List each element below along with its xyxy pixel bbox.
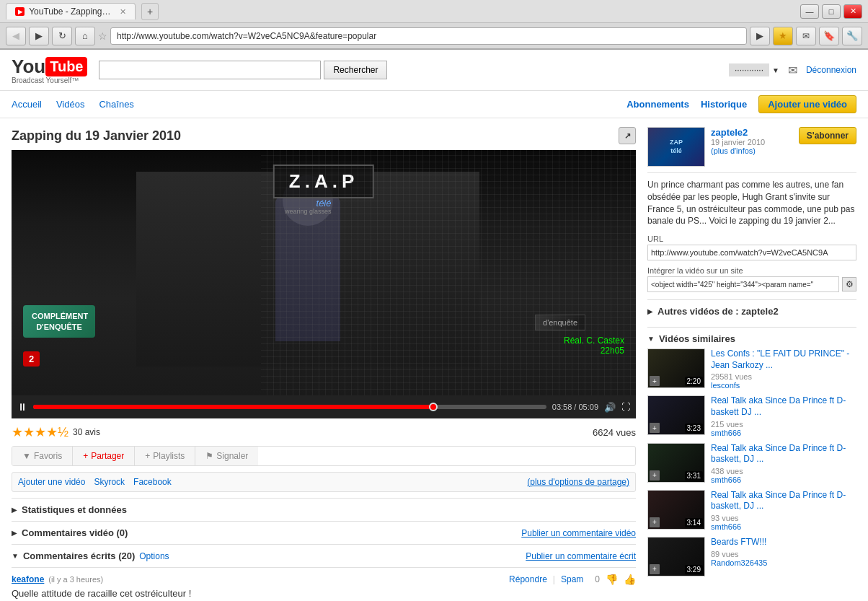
expand-video-button[interactable]: ↗: [619, 127, 636, 144]
similar-thumb[interactable]: 2:20 +: [647, 348, 705, 388]
reply-link[interactable]: Répondre: [509, 574, 547, 584]
channel-thumbnail[interactable]: ZAPtélé: [647, 127, 705, 167]
similar-thumb[interactable]: 3:23 +: [647, 395, 705, 435]
nav-bar: ◀ ▶ ↻ ⌂ ☆ http://www.youtube.com/watch?v…: [0, 23, 868, 49]
video-area[interactable]: wearing glasses Z.A.P télé: [12, 150, 636, 395]
complement-badge: COMPLÉMENT D'ENQUÊTE: [23, 305, 95, 338]
embed-settings-button[interactable]: ⚙: [842, 277, 856, 291]
publish-written-comment-link[interactable]: Publier un commentaire écrit: [526, 551, 636, 561]
volume-button[interactable]: 🔊: [604, 402, 616, 413]
similar-title[interactable]: Beards FTW!!!: [711, 537, 856, 548]
similar-videos-header[interactable]: ▼ Vidéos similaires: [647, 333, 856, 344]
subscribe-button[interactable]: S'abonner: [799, 127, 856, 144]
similar-views: 29581 vues: [711, 372, 856, 381]
address-bar[interactable]: http://www.youtube.com/watch?v=W2veCA5NC…: [110, 27, 747, 45]
nav-search-button[interactable]: ▶: [750, 27, 770, 45]
similar-channel[interactable]: smth666: [711, 522, 856, 531]
add-video-link[interactable]: Ajouter une vidéo: [18, 477, 85, 487]
similar-thumb[interactable]: 3:14 +: [647, 490, 705, 530]
progress-thumb[interactable]: [429, 403, 438, 411]
tab-close-icon[interactable]: ✕: [120, 7, 126, 17]
search-bar: Rechercher: [99, 61, 387, 79]
close-button[interactable]: ✕: [843, 4, 862, 19]
spam-link[interactable]: Spam: [561, 574, 583, 584]
similar-channel[interactable]: lesconfs: [711, 381, 856, 390]
similar-info: Real Talk aka Since Da Prince ft D-baske…: [711, 443, 856, 484]
nav-tools-button[interactable]: 🔧: [842, 27, 862, 45]
similar-title[interactable]: Real Talk aka Since Da Prince ft D-baske…: [711, 490, 856, 512]
comment-text: Quelle attitude de racaille cet ostréicu…: [12, 588, 636, 599]
similar-title[interactable]: Real Talk aka Since Da Prince ft D-baske…: [711, 443, 856, 465]
similar-title[interactable]: Real Talk aka Since Da Prince ft D-baske…: [711, 395, 856, 418]
comment-author[interactable]: keafone: [12, 574, 44, 584]
similar-add-button[interactable]: +: [650, 564, 660, 574]
similar-add-button[interactable]: +: [650, 423, 660, 433]
nav-chaines[interactable]: Chaînes: [99, 99, 133, 110]
channel-name[interactable]: zaptele2: [711, 127, 793, 138]
facebook-link[interactable]: Facebook: [133, 477, 172, 487]
progress-bar[interactable]: [33, 405, 546, 409]
home-button[interactable]: ⌂: [75, 27, 95, 45]
refresh-button[interactable]: ↻: [52, 27, 72, 45]
nav-historique[interactable]: Historique: [701, 99, 747, 110]
similar-title[interactable]: Les Confs : "LE FAIT DU PRINCE" - Jean S…: [711, 348, 856, 371]
play-pause-button[interactable]: ⏸: [17, 401, 27, 413]
nav-accueil[interactable]: Accueil: [12, 99, 42, 110]
search-button[interactable]: Rechercher: [324, 61, 387, 79]
url-label: URL: [647, 234, 856, 243]
similar-add-button[interactable]: +: [650, 470, 660, 481]
maximize-button[interactable]: □: [822, 4, 841, 19]
nav-bookmark2-button[interactable]: 🔖: [819, 27, 839, 45]
similar-add-button[interactable]: +: [650, 376, 660, 386]
comments-video-right: Publier un commentaire vidéo: [521, 527, 636, 538]
signaler-button[interactable]: ⚑ Signaler: [195, 447, 258, 465]
user-widget[interactable]: ············ ▼: [729, 63, 779, 76]
more-share-options[interactable]: (plus d'options de partage): [527, 477, 629, 487]
partager-button[interactable]: + Partager: [73, 447, 135, 465]
embed-input[interactable]: [647, 276, 839, 292]
new-tab-button[interactable]: +: [141, 3, 159, 20]
nav-bookmark-button[interactable]: ★: [773, 27, 793, 45]
minimize-button[interactable]: —: [800, 4, 819, 19]
nav-abonnements[interactable]: Abonnements: [626, 99, 689, 110]
logout-link[interactable]: Déconnexion: [806, 65, 856, 75]
youtube-logo[interactable]: You Tube Broadcast Yourself™: [12, 56, 87, 84]
similar-channel[interactable]: smth666: [711, 429, 856, 437]
forward-button[interactable]: ▶: [29, 27, 49, 45]
france2-logo: 2: [23, 351, 40, 367]
share-expanded: Ajouter une vidéo Skyrock Facebook (plus…: [12, 472, 636, 492]
similar-add-button[interactable]: +: [650, 517, 660, 527]
publish-video-comment-link[interactable]: Publier un commentaire vidéo: [521, 528, 636, 538]
thumb-up-icon[interactable]: 👍: [624, 574, 636, 585]
similar-views: 89 vues: [711, 550, 856, 558]
similar-thumb[interactable]: 3:31 +: [647, 443, 705, 483]
search-input[interactable]: [99, 61, 321, 79]
video-player[interactable]: wearing glasses Z.A.P télé: [12, 150, 636, 418]
skyrock-link[interactable]: Skyrock: [94, 477, 125, 487]
stats-section-header[interactable]: ▶ Statistiques et données: [12, 498, 636, 521]
nav-mail-button[interactable]: ✉: [796, 27, 816, 45]
fav-label: Favoris: [34, 451, 62, 461]
time-display: 03:58 / 05:09: [552, 403, 598, 411]
playlists-button[interactable]: + Playlists: [135, 447, 195, 465]
fullscreen-button[interactable]: ⛶: [621, 402, 630, 412]
thumb-count: 0: [595, 574, 600, 584]
back-button[interactable]: ◀: [6, 27, 26, 45]
similar-channel[interactable]: Random326435: [711, 558, 856, 567]
comments-options-link[interactable]: Options: [139, 551, 169, 561]
similar-channel[interactable]: smth666: [711, 475, 856, 484]
favoris-button[interactable]: ▼ Favoris: [12, 447, 73, 465]
youtube-nav: Accueil Vidéos Chaînes Abonnements Histo…: [0, 91, 868, 118]
active-tab[interactable]: ▶ YouTube - Zapping du 1... ✕: [6, 3, 136, 19]
add-video-button[interactable]: Ajouter une vidéo: [758, 95, 856, 113]
mail-icon[interactable]: ✉: [788, 63, 797, 77]
thumb-down-icon[interactable]: 👎: [606, 574, 618, 585]
url-input[interactable]: [647, 245, 856, 260]
nav-videos[interactable]: Vidéos: [56, 99, 85, 110]
channel-more-link[interactable]: (plus d'infos): [711, 146, 793, 155]
similar-views: 215 vues: [711, 420, 856, 429]
autres-videos-header[interactable]: ▶ Autres vidéos de : zaptele2: [647, 306, 856, 317]
similar-views: 93 vues: [711, 514, 856, 522]
user-dropdown-arrow[interactable]: ▼: [772, 66, 779, 74]
similar-thumb[interactable]: 3:29 +: [647, 537, 705, 576]
